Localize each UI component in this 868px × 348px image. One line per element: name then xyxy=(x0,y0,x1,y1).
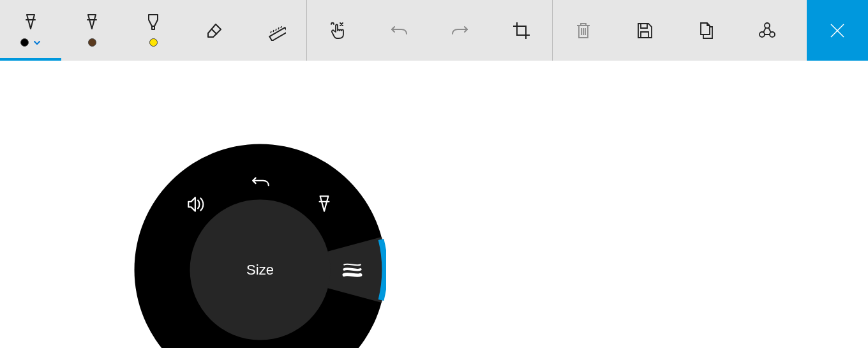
undo-icon xyxy=(389,20,409,41)
ballpoint-pen-icon xyxy=(20,12,41,33)
ruler-button[interactable] xyxy=(245,0,306,61)
chevron-down-icon[interactable] xyxy=(33,38,41,47)
save-icon xyxy=(634,20,655,41)
dial-undo[interactable] xyxy=(248,169,273,195)
toolbar xyxy=(0,0,868,61)
pen-color-dot xyxy=(20,38,29,47)
highlighter-button[interactable] xyxy=(123,0,184,61)
file-group xyxy=(553,0,798,61)
dial-center-label: Size xyxy=(246,262,274,278)
ruler-icon xyxy=(266,20,286,41)
canvas[interactable]: Size xyxy=(0,61,868,348)
touch-writing-icon xyxy=(327,20,348,41)
crop-button[interactable] xyxy=(491,0,552,61)
highlighter-icon xyxy=(143,12,163,33)
crop-icon xyxy=(511,20,532,41)
share-button[interactable] xyxy=(737,0,798,61)
share-icon xyxy=(757,20,777,41)
dial-volume[interactable] xyxy=(184,192,209,217)
edit-group xyxy=(307,0,552,61)
ballpoint-pen-button[interactable] xyxy=(0,0,61,61)
pencil-button[interactable] xyxy=(61,0,123,61)
copy-button[interactable] xyxy=(675,0,737,61)
pen-group xyxy=(0,0,306,61)
copy-icon xyxy=(696,20,716,41)
eraser-icon xyxy=(204,20,225,41)
trash-icon xyxy=(573,20,594,41)
dial-size[interactable] xyxy=(340,257,365,283)
touch-writing-button[interactable] xyxy=(307,0,368,61)
save-button[interactable] xyxy=(614,0,675,61)
undo-button[interactable] xyxy=(368,0,430,61)
close-icon xyxy=(827,20,848,41)
redo-icon xyxy=(450,20,470,41)
dial-pen[interactable] xyxy=(311,192,337,217)
pen-color-dot xyxy=(88,38,96,47)
delete-button[interactable] xyxy=(553,0,614,61)
surface-dial-menu[interactable]: Size xyxy=(134,144,386,348)
pencil-icon xyxy=(82,12,102,33)
pen-color-dot xyxy=(149,38,158,47)
eraser-button[interactable] xyxy=(184,0,245,61)
close-button[interactable] xyxy=(807,0,868,61)
redo-button[interactable] xyxy=(430,0,491,61)
